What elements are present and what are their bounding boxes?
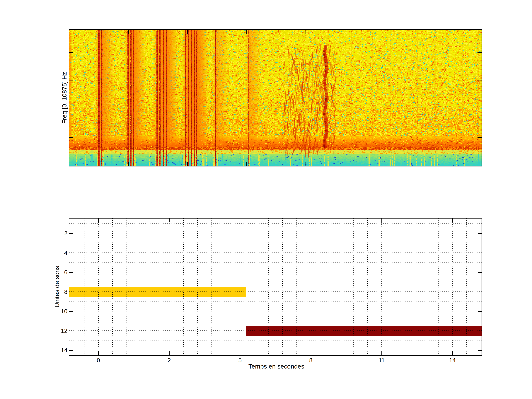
spectrogram-axes	[69, 29, 482, 166]
grid-hline	[69, 301, 481, 301]
grid-hline	[69, 291, 481, 292]
tl-xtick	[169, 219, 170, 222]
spec-ytick	[69, 109, 73, 109]
ytick-label: 8	[42, 288, 67, 296]
grid-hline	[69, 282, 481, 282]
spec-ytick	[69, 52, 73, 53]
grid-vline	[98, 219, 99, 355]
grid-vline	[339, 219, 339, 355]
grid-vline	[155, 219, 155, 355]
grid-vline	[410, 219, 410, 355]
spec-ytick	[477, 137, 481, 138]
grid-vline	[353, 219, 354, 355]
tl-ytick	[478, 331, 481, 331]
grid-hline	[69, 243, 481, 243]
grid-vline	[268, 219, 269, 355]
grid-vline	[183, 219, 184, 355]
tl-ytick	[69, 331, 73, 331]
grid-hline	[69, 350, 481, 350]
tl-ytick	[69, 233, 73, 234]
tl-xtick	[98, 219, 99, 222]
grid-hline	[69, 253, 481, 253]
grid-vline	[169, 219, 169, 355]
grid-hline	[69, 233, 481, 233]
spec-xtick	[187, 162, 188, 166]
tl-xtick	[452, 219, 453, 222]
spec-ytick	[477, 81, 481, 81]
grid-vline	[466, 219, 467, 355]
tl-xtick	[98, 351, 99, 355]
grid-hline	[69, 262, 481, 262]
ytick-label: 4	[42, 249, 67, 257]
tl-xtick	[240, 351, 240, 355]
spec-ytick	[69, 137, 73, 138]
spec-xtick	[365, 162, 365, 166]
tl-ytick	[69, 292, 73, 292]
grid-vline	[211, 219, 212, 355]
xtick-label: 0	[89, 357, 108, 364]
grid-vline	[226, 219, 226, 355]
tl-ytick	[478, 350, 481, 351]
xtick-label: 5	[231, 357, 249, 364]
tl-ytick	[478, 233, 481, 234]
tl-xtick	[311, 219, 311, 222]
spec-xtick	[424, 30, 424, 34]
grid-vline	[396, 219, 396, 355]
grid-vline	[367, 219, 367, 355]
tl-xtick	[381, 219, 382, 222]
spectrogram-canvas	[69, 30, 481, 166]
figure-page: Freq [0, 10875] Hz Unites de sons Temps …	[0, 0, 532, 399]
grid-vline	[127, 219, 127, 355]
grid-hline	[69, 311, 481, 311]
tl-xtick	[311, 351, 311, 355]
tl-ytick	[478, 292, 481, 292]
ytick-label: 6	[42, 268, 67, 276]
tl-ytick	[478, 253, 481, 253]
spec-ytick	[477, 52, 481, 53]
tl-ytick	[478, 272, 481, 273]
xtick-label: 2	[160, 357, 178, 364]
grid-vline	[197, 219, 198, 355]
ytick-label: 14	[42, 346, 67, 354]
grid-vline	[254, 219, 254, 355]
spec-xtick	[128, 30, 129, 34]
grid-hline	[69, 340, 481, 341]
spec-xtick	[187, 30, 188, 34]
grid-hline	[69, 223, 481, 223]
grid-vline	[70, 219, 70, 355]
spec-xtick	[247, 30, 247, 34]
tl-ytick	[69, 272, 73, 273]
spec-xtick	[305, 162, 306, 166]
spectrogram-ylabel: Freq [0, 10875] Hz	[61, 72, 68, 124]
grid-vline	[282, 219, 283, 355]
grid-vline	[240, 219, 240, 355]
grid-vline	[381, 219, 382, 355]
xtick-label: 8	[302, 357, 320, 364]
ytick-label: 10	[42, 307, 67, 315]
tl-xtick	[381, 351, 382, 355]
grid-hline	[69, 321, 481, 321]
spec-ytick	[69, 81, 73, 81]
spec-xtick	[424, 162, 424, 166]
tl-xtick	[240, 219, 240, 222]
tl-ytick	[69, 253, 73, 253]
grid-vline	[297, 219, 297, 355]
xtick-label: 11	[372, 357, 391, 364]
grid-vline	[311, 219, 311, 355]
ytick-label: 2	[42, 229, 67, 237]
grid-vline	[141, 219, 141, 355]
grid-vline	[84, 219, 84, 355]
grid-vline	[481, 219, 481, 355]
timeline-xlabel: Temps en secondes	[248, 363, 304, 370]
grid-vline	[452, 219, 453, 355]
grid-vline	[438, 219, 438, 355]
grid-vline	[424, 219, 424, 355]
grid-vline	[325, 219, 325, 355]
spectrogram-plot-area	[69, 30, 481, 166]
tl-xtick	[169, 351, 170, 355]
tl-ytick	[69, 311, 73, 312]
timeline-bar-unite-8	[69, 287, 246, 297]
spec-xtick	[128, 162, 129, 166]
spec-xtick	[305, 30, 306, 34]
tl-ytick	[69, 350, 73, 351]
